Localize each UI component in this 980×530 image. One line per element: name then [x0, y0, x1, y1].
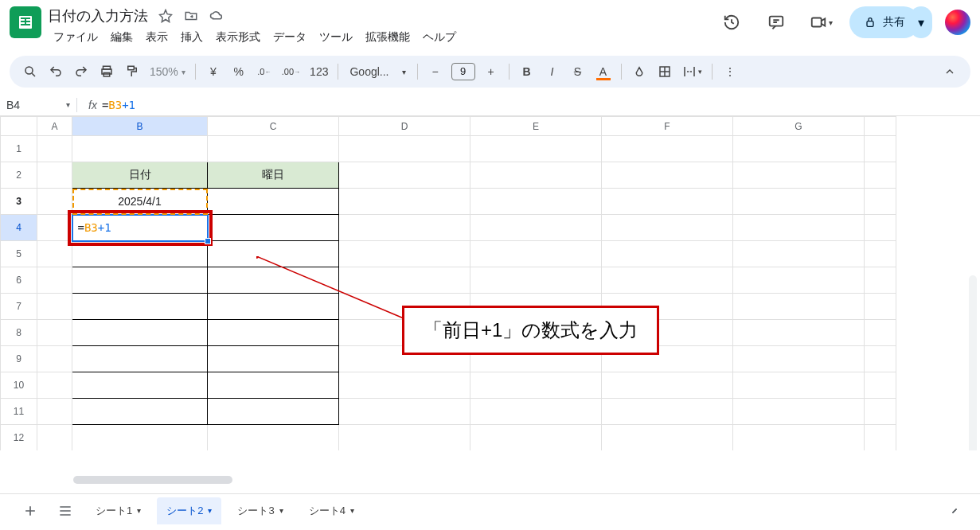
- name-box[interactable]: B4▾: [6, 99, 70, 111]
- decrease-font-icon[interactable]: −: [424, 60, 447, 83]
- col-header-a[interactable]: A: [37, 117, 72, 136]
- svg-rect-12: [128, 66, 135, 70]
- row-header-6[interactable]: 6: [1, 267, 37, 294]
- all-sheets-icon[interactable]: [51, 497, 80, 525]
- account-avatar[interactable]: [945, 10, 970, 35]
- cloud-status-icon[interactable]: [209, 8, 225, 24]
- cell-b4-editing[interactable]: =B3+1: [72, 215, 208, 241]
- share-label: 共有: [883, 15, 905, 29]
- borders-icon[interactable]: [654, 60, 676, 83]
- text-color-icon[interactable]: A: [592, 60, 615, 83]
- row-header-3[interactable]: 3: [1, 189, 37, 215]
- sheet-tab-4[interactable]: シート4▾: [299, 497, 364, 524]
- row-header-7[interactable]: 7: [1, 294, 37, 320]
- history-icon[interactable]: [716, 6, 748, 38]
- collapse-toolbar-icon[interactable]: [939, 60, 961, 83]
- horizontal-scrollbar[interactable]: [25, 476, 964, 485]
- menu-extensions[interactable]: 拡張機能: [360, 27, 416, 48]
- more-icon[interactable]: ⋮: [719, 60, 741, 83]
- select-all-corner[interactable]: [1, 117, 37, 136]
- spreadsheet-grid[interactable]: A B C D E F G 1 2日付曜日 32025/4/1 4 =B3+1 …: [0, 116, 980, 450]
- fill-color-icon[interactable]: [628, 60, 650, 83]
- meet-icon[interactable]: ▾: [805, 6, 837, 38]
- search-icon[interactable]: [19, 60, 41, 83]
- title-bar: 日付の入力方法 ファイル 編集 表示 挿入 表示形式 データ ツール 拡張機能 …: [0, 0, 980, 51]
- move-folder-icon[interactable]: [183, 8, 199, 24]
- increase-font-icon[interactable]: +: [480, 60, 502, 83]
- font-size-input[interactable]: 9: [451, 63, 475, 80]
- menu-view[interactable]: 表示: [140, 27, 174, 48]
- menu-data[interactable]: データ: [267, 27, 312, 48]
- row-header-1[interactable]: 1: [1, 136, 37, 162]
- vertical-scrollbar[interactable]: [969, 275, 977, 450]
- toolbar: 150% ▾ ¥ % .0← .00→ 123 Googl...▾ − 9 + …: [10, 56, 970, 88]
- menu-file[interactable]: ファイル: [48, 27, 103, 48]
- merge-cells-icon[interactable]: ▾: [679, 60, 705, 83]
- row-header-4[interactable]: 4: [1, 215, 37, 241]
- bold-icon[interactable]: B: [516, 60, 538, 83]
- undo-icon[interactable]: [45, 60, 67, 83]
- col-header-e[interactable]: E: [470, 117, 602, 136]
- row-header-10[interactable]: 10: [1, 372, 37, 399]
- share-dropdown[interactable]: ▾: [910, 6, 932, 38]
- menu-format[interactable]: 表示形式: [210, 27, 266, 48]
- share-button[interactable]: 共有: [849, 6, 919, 38]
- format-percent-icon[interactable]: %: [228, 60, 250, 83]
- row-header-11[interactable]: 11: [1, 399, 37, 425]
- increase-decimal-icon[interactable]: .00→: [279, 60, 303, 83]
- col-header-f[interactable]: F: [602, 117, 733, 136]
- col-header-d[interactable]: D: [339, 117, 470, 136]
- sheet-tab-3[interactable]: シート3▾: [228, 497, 292, 524]
- format-currency-icon[interactable]: ¥: [202, 60, 225, 83]
- menu-help[interactable]: ヘルプ: [417, 27, 462, 48]
- decrease-decimal-icon[interactable]: .0←: [253, 60, 275, 83]
- col-header-b[interactable]: B: [72, 117, 208, 136]
- fx-icon: fx: [88, 99, 97, 111]
- svg-point-8: [25, 67, 33, 74]
- cell-b2[interactable]: 日付: [72, 162, 208, 189]
- font-select[interactable]: Googl...▾: [345, 60, 410, 83]
- cell-c3[interactable]: [208, 189, 339, 215]
- explore-icon[interactable]: [943, 500, 966, 522]
- svg-rect-4: [25, 18, 26, 25]
- add-sheet-icon[interactable]: [16, 497, 45, 525]
- cell-c2[interactable]: 曜日: [208, 162, 339, 189]
- sheet-tab-2[interactable]: シート2▾: [157, 497, 221, 524]
- svg-rect-7: [867, 21, 873, 27]
- menu-bar: ファイル 編集 表示 挿入 表示形式 データ ツール 拡張機能 ヘルプ: [48, 27, 462, 48]
- row-header-2[interactable]: 2: [1, 162, 37, 189]
- col-header-c[interactable]: C: [208, 117, 339, 136]
- svg-rect-6: [811, 18, 821, 27]
- formula-input[interactable]: =B3+1: [102, 99, 135, 111]
- annotation-callout: 「前日+1」の数式を入力: [402, 306, 659, 355]
- svg-rect-5: [770, 17, 783, 26]
- cell-b3[interactable]: 2025/4/1: [72, 189, 208, 215]
- col-header-g[interactable]: G: [733, 117, 865, 136]
- redo-icon[interactable]: [70, 60, 92, 83]
- document-title[interactable]: 日付の入力方法: [48, 6, 148, 25]
- sheets-logo[interactable]: [10, 6, 41, 38]
- strikethrough-icon[interactable]: S: [567, 60, 589, 83]
- row-header-8[interactable]: 8: [1, 320, 37, 346]
- comment-icon[interactable]: [760, 6, 792, 38]
- cell-c4[interactable]: [208, 215, 339, 241]
- formula-bar: B4▾ fx =B3+1: [0, 94, 980, 116]
- italic-icon[interactable]: I: [541, 60, 564, 83]
- row-header-9[interactable]: 9: [1, 346, 37, 372]
- menu-tools[interactable]: ツール: [314, 27, 358, 48]
- col-header-extra[interactable]: [865, 117, 896, 136]
- row-header-12[interactable]: 12: [1, 425, 37, 451]
- fill-handle[interactable]: [205, 238, 211, 244]
- menu-insert[interactable]: 挿入: [175, 27, 209, 48]
- print-icon[interactable]: [96, 60, 118, 83]
- sheet-tab-1[interactable]: シート1▾: [86, 497, 150, 524]
- more-formats-icon[interactable]: 123: [306, 60, 331, 83]
- star-icon[interactable]: [158, 8, 174, 24]
- sheet-tabs-bar: シート1▾ シート2▾ シート3▾ シート4▾: [0, 493, 980, 527]
- menu-edit[interactable]: 編集: [105, 27, 139, 48]
- row-header-5[interactable]: 5: [1, 241, 37, 267]
- zoom-select[interactable]: 150% ▾: [146, 60, 189, 83]
- paint-format-icon[interactable]: [121, 60, 143, 83]
